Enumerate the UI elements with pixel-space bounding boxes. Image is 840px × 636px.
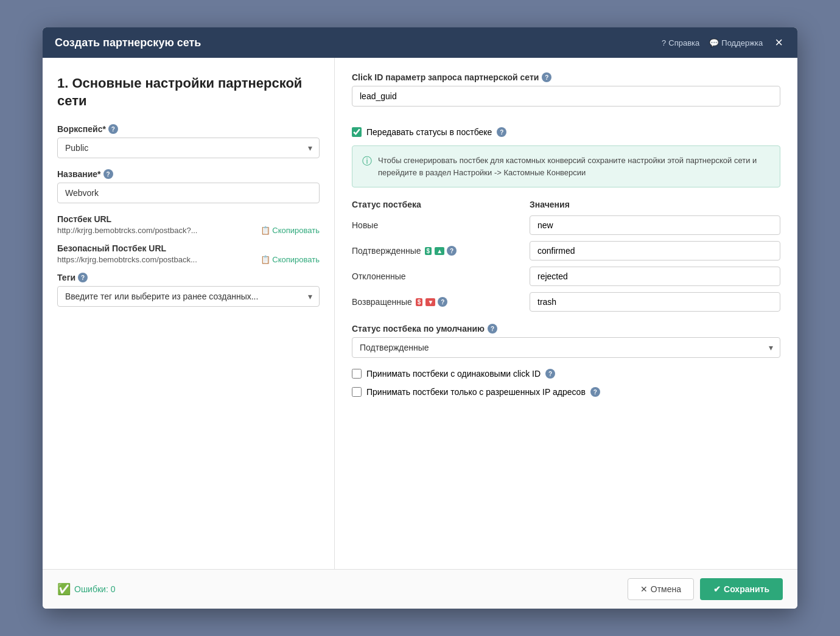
modal-body: 1. Основные настройки партнерской сети В… xyxy=(43,58,797,569)
postback-table-header: Статус постбека Значения xyxy=(352,200,780,209)
same-click-id-label[interactable]: Принимать постбеки с одинаковыми click I… xyxy=(366,369,541,379)
modal-container: Создать партнерскую сеть ? Справка 💬 Под… xyxy=(43,27,797,609)
name-input[interactable] xyxy=(57,183,320,203)
dollar-red-badge: $ xyxy=(416,298,423,306)
footer-actions: ✕ Отмена ✔ Сохранить xyxy=(628,578,783,600)
default-status-help-icon[interactable]: ? xyxy=(488,324,497,334)
footer-status: ✅ Ошибки: 0 xyxy=(57,582,115,596)
left-panel: 1. Основные настройки партнерской сети В… xyxy=(43,58,335,569)
info-box: ⓘ Чтобы сгенерировать постбек для кастом… xyxy=(352,145,780,187)
support-icon: 💬 xyxy=(709,38,719,47)
errors-label: Ошибки: 0 xyxy=(74,584,115,594)
safe-postback-url-copy-btn[interactable]: 📋 Скопировать xyxy=(261,255,320,264)
confirmed-help-icon[interactable]: ? xyxy=(447,246,457,256)
check-circle-icon: ✅ xyxy=(57,582,71,596)
cancel-icon: ✕ xyxy=(640,584,648,594)
postback-status-label[interactable]: Передавать статусы в постбеке xyxy=(366,127,492,137)
cancel-button[interactable]: ✕ Отмена xyxy=(628,578,694,600)
safe-postback-url-text: https://krjrg.bemobtrcks.com/postback... xyxy=(57,255,256,264)
postback-row-label-new: Новые xyxy=(352,220,522,230)
save-button[interactable]: ✔ Сохранить xyxy=(700,578,783,600)
postback-row-new: Новые xyxy=(352,215,780,235)
click-id-help-icon[interactable]: ? xyxy=(542,72,551,82)
postback-row-label-confirmed: Подтвержденные $ ▲ ? xyxy=(352,246,522,256)
postback-value-trash[interactable] xyxy=(530,292,780,312)
ip-checkbox-row: Принимать постбеки только с разрешенных … xyxy=(352,387,780,397)
arrow-up-badge: ▲ xyxy=(435,247,444,255)
safe-postback-url-row: Безопасный Постбек URL https://krjrg.bem… xyxy=(57,243,320,264)
postback-row-trash: Возвращенные $ ▼ ? xyxy=(352,292,780,312)
ip-label[interactable]: Принимать постбеки только с разрешенных … xyxy=(366,387,586,397)
modal-title: Создать партнерскую сеть xyxy=(55,37,201,49)
postback-row-label-trash: Возвращенные $ ▼ ? xyxy=(352,297,522,307)
workspace-select[interactable]: Public Private xyxy=(57,138,320,158)
postback-row-confirmed: Подтвержденные $ ▲ ? xyxy=(352,241,780,260)
col-value-header: Значения xyxy=(530,200,780,209)
section-title: 1. Основные настройки партнерской сети xyxy=(57,75,320,110)
postback-value-new[interactable] xyxy=(530,215,780,235)
click-id-label: Click ID параметр запроса партнерской се… xyxy=(352,72,780,82)
tags-group: Теги ? Введите тег или выберите из ранее… xyxy=(57,273,320,307)
postback-status-checkbox[interactable] xyxy=(352,127,362,137)
postback-value-rejected[interactable] xyxy=(530,267,780,286)
postback-url-copy-btn[interactable]: 📋 Скопировать xyxy=(261,226,320,235)
postback-url-label: Постбек URL xyxy=(57,214,320,224)
click-id-group: Click ID параметр запроса партнерской се… xyxy=(352,72,780,116)
postback-status-help-icon[interactable]: ? xyxy=(497,127,506,137)
default-status-select-wrapper: Новые Подтвержденные Отклоненные Возвращ… xyxy=(352,337,780,358)
same-click-id-row: Принимать постбеки с одинаковыми click I… xyxy=(352,369,780,379)
tags-select-wrapper: Введите тег или выберите из ранее создан… xyxy=(57,286,320,307)
tags-select[interactable]: Введите тег или выберите из ранее создан… xyxy=(57,286,320,307)
col-status-header: Статус постбека xyxy=(352,200,522,209)
name-group: Название* ? xyxy=(57,169,320,203)
header-actions: ? Справка 💬 Поддержка × xyxy=(662,36,785,49)
name-label: Название* ? xyxy=(57,169,320,179)
tags-label: Теги ? xyxy=(57,273,320,282)
info-icon: ⓘ xyxy=(362,155,372,168)
postback-status-checkbox-row: Передавать статусы в постбеке ? xyxy=(352,127,780,137)
same-click-id-help-icon[interactable]: ? xyxy=(545,369,555,379)
postback-row-label-rejected: Отклоненные xyxy=(352,271,522,281)
postback-url-text: http://krjrg.bemobtrcks.com/postback?... xyxy=(57,226,256,235)
ip-help-icon[interactable]: ? xyxy=(590,387,600,397)
workspace-group: Воркспейс* ? Public Private xyxy=(57,124,320,158)
postback-url-value-row: http://krjrg.bemobtrcks.com/postback?...… xyxy=(57,226,320,235)
close-button[interactable]: × xyxy=(772,36,785,49)
modal-header: Создать партнерскую сеть ? Справка 💬 Под… xyxy=(43,27,797,58)
support-button[interactable]: 💬 Поддержка xyxy=(709,38,763,47)
copy-icon: 📋 xyxy=(261,226,270,235)
workspace-help-icon[interactable]: ? xyxy=(108,124,118,134)
workspace-label: Воркспейс* ? xyxy=(57,124,320,134)
postback-row-rejected: Отклоненные xyxy=(352,267,780,286)
arrow-down-badge: ▼ xyxy=(425,298,435,306)
click-id-input[interactable] xyxy=(352,86,780,107)
ip-checkbox[interactable] xyxy=(352,387,362,397)
tags-help-icon[interactable]: ? xyxy=(78,273,88,282)
trash-help-icon[interactable]: ? xyxy=(438,297,447,307)
workspace-select-wrapper: Public Private xyxy=(57,138,320,158)
same-click-id-checkbox[interactable] xyxy=(352,369,362,379)
help-icon: ? xyxy=(662,38,666,47)
default-status-label: Статус постбека по умолчанию ? xyxy=(352,324,780,334)
postback-url-row: Постбек URL http://krjrg.bemobtrcks.com/… xyxy=(57,214,320,235)
copy-icon-2: 📋 xyxy=(261,255,270,264)
postback-table: Статус постбека Значения Новые Подтвержд… xyxy=(352,200,780,312)
safe-postback-url-label: Безопасный Постбек URL xyxy=(57,243,320,253)
help-button[interactable]: ? Справка xyxy=(662,38,699,47)
name-help-icon[interactable]: ? xyxy=(103,169,113,179)
default-status-section: Статус постбека по умолчанию ? Новые Под… xyxy=(352,324,780,358)
postback-value-confirmed[interactable] xyxy=(530,241,780,260)
modal-footer: ✅ Ошибки: 0 ✕ Отмена ✔ Сохранить xyxy=(43,569,797,609)
info-box-text: Чтобы сгенерировать постбек для кастомны… xyxy=(378,155,770,178)
default-status-select[interactable]: Новые Подтвержденные Отклоненные Возвращ… xyxy=(352,337,780,358)
safe-postback-url-value-row: https://krjrg.bemobtrcks.com/postback...… xyxy=(57,255,320,264)
save-icon: ✔ xyxy=(713,584,721,594)
dollar-green-badge: $ xyxy=(425,247,432,255)
right-panel: Click ID параметр запроса партнерской се… xyxy=(335,58,797,569)
